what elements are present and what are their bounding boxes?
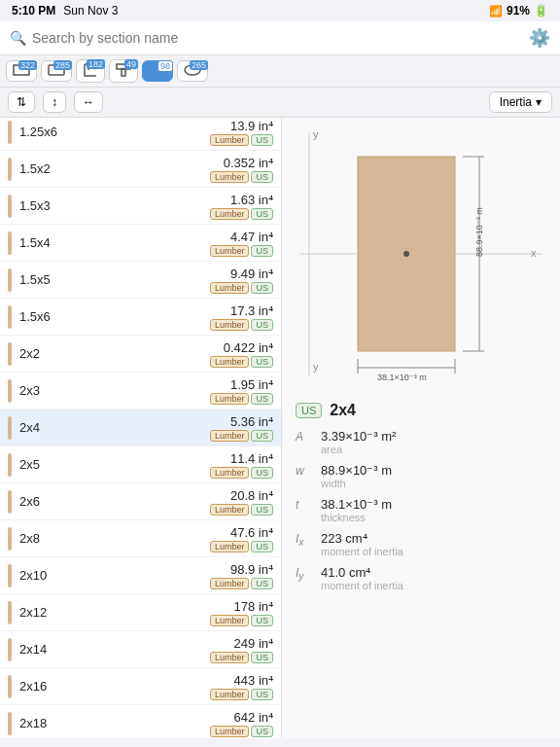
sort-updown-icon: ⇅	[17, 95, 26, 109]
item-tag: US	[251, 726, 273, 737]
list-item[interactable]: 1.5x20.352 in⁴LumberUS	[0, 151, 281, 188]
item-tag: Lumber	[210, 282, 250, 294]
list-item[interactable]: 2x1098.9 in⁴LumberUS	[0, 557, 281, 594]
item-right: 443 in⁴LumberUS	[210, 673, 273, 700]
item-tags: LumberUS	[210, 245, 273, 257]
list-item[interactable]: 2x31.95 in⁴LumberUS	[0, 373, 281, 409]
main-content: 1x30.977 in⁴LumberUS1x42.68 in⁴LumberUS1…	[0, 118, 560, 738]
area-sublabel: area	[321, 444, 396, 455]
list-item[interactable]: 1.5x59.49 in⁴LumberUS	[0, 262, 281, 299]
item-tag: US	[251, 615, 273, 626]
item-indicator	[8, 305, 12, 329]
shape-toolbar: 322 285 182 49 98 265	[0, 55, 560, 88]
shape-tshape-wrap: 49	[109, 59, 138, 83]
svg-text:y: y	[313, 128, 319, 140]
item-tags: LumberUS	[210, 430, 273, 442]
item-tag: Lumber	[210, 652, 250, 663]
item-tag: Lumber	[210, 208, 250, 220]
section-diagram: y x y 88.9×10⁻³ m 38.1×10⁻³ m	[290, 123, 552, 385]
list-item[interactable]: 2x12178 in⁴LumberUS	[0, 594, 281, 631]
item-tags: LumberUS	[210, 134, 273, 146]
item-value: 5.36 in⁴	[210, 414, 273, 429]
inertia-x-label: Ix	[296, 532, 315, 548]
shape-fillrect-count: 98	[158, 60, 173, 72]
item-tags: LumberUS	[210, 726, 273, 737]
item-value: 1.63 in⁴	[210, 193, 273, 207]
list-item[interactable]: 2x16443 in⁴LumberUS	[0, 668, 281, 705]
item-tag: US	[251, 689, 273, 700]
item-tags: LumberUS	[210, 393, 273, 405]
detail-title: 2x4	[330, 402, 356, 419]
sort-toolbar: ⇅ ↕ ↔ Inertia ▾	[0, 88, 560, 118]
list-item[interactable]: 1.5x617.3 in⁴LumberUS	[0, 299, 281, 336]
item-tag: Lumber	[210, 726, 250, 737]
inertia-x-value: 223 cm⁴	[321, 531, 403, 546]
item-indicator	[8, 675, 12, 698]
area-value: 3.39×10⁻³ m²	[321, 429, 396, 444]
sort-leftright-btn[interactable]: ↔	[74, 91, 103, 113]
list-item[interactable]: 2x847.6 in⁴LumberUS	[0, 520, 281, 557]
list-item[interactable]: 1.5x31.63 in⁴LumberUS	[0, 188, 281, 225]
item-value: 9.49 in⁴	[210, 267, 273, 281]
list-item[interactable]: 2x18642 in⁴LumberUS	[0, 705, 281, 738]
item-right: 1.95 in⁴LumberUS	[210, 377, 273, 405]
item-indicator	[8, 416, 12, 440]
thickness-label: t	[296, 498, 315, 512]
search-input[interactable]	[32, 30, 523, 46]
list-item[interactable]: 2x511.4 in⁴LumberUS	[0, 446, 281, 483]
item-indicator	[8, 195, 12, 218]
item-tags: LumberUS	[210, 356, 273, 368]
item-tags: LumberUS	[210, 578, 273, 589]
item-indicator	[8, 268, 12, 292]
item-value: 178 in⁴	[210, 599, 273, 614]
shape-rect2-wrap: 285	[41, 60, 72, 82]
list-item[interactable]: 2x20.422 in⁴LumberUS	[0, 336, 281, 373]
item-value: 47.6 in⁴	[210, 525, 273, 540]
thickness-row: t 38.1×10⁻³ m thickness	[296, 497, 546, 523]
item-right: 11.4 in⁴LumberUS	[210, 451, 273, 479]
item-value: 13.9 in⁴	[210, 119, 273, 133]
svg-rect-3	[122, 69, 125, 76]
item-tag: US	[251, 356, 273, 368]
item-tag: US	[251, 430, 273, 442]
item-tags: LumberUS	[210, 171, 273, 183]
item-tag: US	[251, 134, 273, 146]
inertia-dropdown[interactable]: Inertia ▾	[489, 91, 552, 113]
list-item[interactable]: 1.5x44.47 in⁴LumberUS	[0, 225, 281, 262]
status-date: Sun Nov 3	[63, 4, 118, 18]
item-tag: Lumber	[210, 689, 250, 700]
shape-rect1-count: 322	[18, 60, 37, 70]
item-name: 2x16	[19, 679, 210, 694]
inertia-x-row: Ix 223 cm⁴ moment of inertia	[296, 531, 546, 557]
shape-oval-wrap: 265	[177, 60, 208, 82]
item-indicator	[8, 712, 12, 735]
item-tags: LumberUS	[210, 652, 273, 663]
item-value: 17.3 in⁴	[210, 303, 273, 318]
thickness-sublabel: thickness	[321, 512, 392, 523]
item-indicator	[8, 158, 12, 181]
sort-updown2-btn[interactable]: ↕	[43, 91, 66, 113]
item-indicator	[8, 453, 12, 477]
inertia-y-label: Iy	[296, 566, 315, 582]
list-item[interactable]: 2x45.36 in⁴LumberUS	[0, 409, 281, 446]
item-value: 98.9 in⁴	[210, 562, 273, 577]
item-tag: Lumber	[210, 171, 250, 183]
item-tag: Lumber	[210, 504, 250, 516]
search-icon: 🔍	[10, 30, 26, 46]
item-name: 1.5x2	[19, 161, 210, 176]
item-indicator	[8, 601, 12, 624]
item-right: 47.6 in⁴LumberUS	[210, 525, 273, 552]
list-item[interactable]: 1.25x613.9 in⁴LumberUS	[0, 118, 281, 151]
item-name: 1.25x6	[19, 124, 210, 139]
item-name: 2x4	[19, 420, 210, 435]
item-tag: Lumber	[210, 245, 250, 257]
gear-icon[interactable]: ⚙️	[529, 27, 550, 49]
item-right: 17.3 in⁴LumberUS	[210, 303, 273, 331]
item-indicator	[8, 564, 12, 587]
list-item[interactable]: 2x620.8 in⁴LumberUS	[0, 483, 281, 520]
item-tag: US	[251, 578, 273, 589]
item-name: 2x10	[19, 568, 210, 583]
info-panel: US 2x4 A 3.39×10⁻³ m² area w 88.9×10⁻³ m…	[282, 390, 560, 738]
list-item[interactable]: 2x14249 in⁴LumberUS	[0, 631, 281, 668]
sort-updown-btn[interactable]: ⇅	[8, 91, 35, 113]
